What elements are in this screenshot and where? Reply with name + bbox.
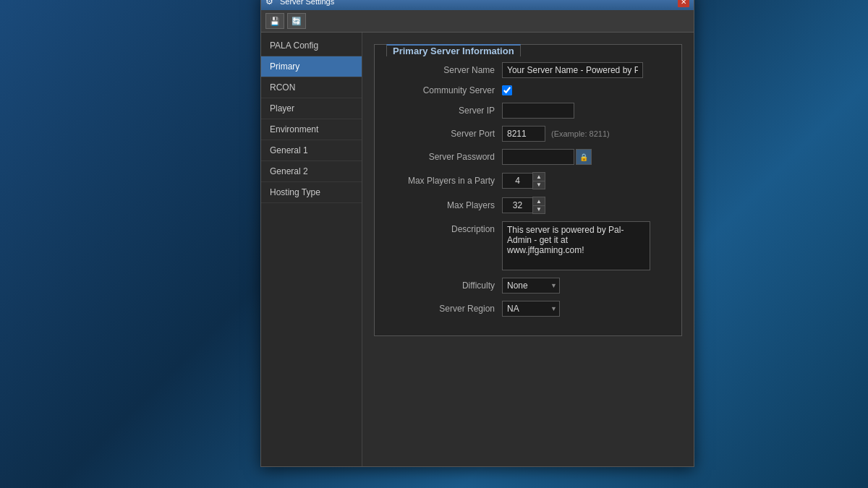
server-region-row: Server Region NA EU AS SA xyxy=(386,301,670,317)
sidebar-item-general1[interactable]: General 1 xyxy=(261,140,362,161)
server-ip-row: Server IP xyxy=(386,103,670,119)
server-name-label: Server Name xyxy=(386,65,502,75)
max-players-party-up[interactable]: ▲ xyxy=(533,173,545,181)
max-players-up[interactable]: ▲ xyxy=(533,197,545,205)
port-example: (Example: 8211) xyxy=(551,129,610,138)
max-players-party-down[interactable]: ▼ xyxy=(533,181,545,189)
server-port-label: Server Port xyxy=(386,129,502,139)
sidebar-item-primary[interactable]: Primary xyxy=(261,56,362,77)
title-bar: ⚙ Server Settings ✕ xyxy=(261,0,694,10)
server-port-input[interactable] xyxy=(502,126,545,142)
description-label: Description xyxy=(386,221,502,234)
window-title: Server Settings xyxy=(280,0,334,6)
content-area: Primary Server Information Server Name C… xyxy=(362,33,694,466)
max-players-down[interactable]: ▼ xyxy=(533,205,545,213)
sidebar-item-environment[interactable]: Environment xyxy=(261,119,362,140)
description-row: Description This server is powered by Pa… xyxy=(386,221,670,270)
difficulty-select[interactable]: None Easy Normal Hard xyxy=(502,278,560,294)
description-textarea[interactable]: This server is powered by Pal-Admin - ge… xyxy=(502,221,650,270)
max-players-party-spinner: ▲ ▼ xyxy=(502,172,545,189)
section-box: Primary Server Information Server Name C… xyxy=(374,44,682,336)
toolbar: 💾 🔄 xyxy=(261,10,694,33)
refresh-button[interactable]: 🔄 xyxy=(287,13,306,29)
password-lock-button[interactable]: 🔒 xyxy=(576,149,592,165)
sidebar-item-general2[interactable]: General 2 xyxy=(261,161,362,182)
difficulty-label: Difficulty xyxy=(386,281,502,291)
server-ip-input[interactable] xyxy=(502,103,574,119)
sidebar-item-player[interactable]: Player xyxy=(261,98,362,119)
server-port-row: Server Port (Example: 8211) xyxy=(386,126,670,142)
max-players-row: Max Players ▲ ▼ xyxy=(386,197,670,214)
community-server-checkbox[interactable] xyxy=(502,85,512,95)
max-players-spinner: ▲ ▼ xyxy=(502,197,545,214)
server-name-row: Server Name xyxy=(386,62,670,78)
server-password-input[interactable] xyxy=(502,149,574,165)
server-region-label: Server Region xyxy=(386,304,502,314)
server-password-row: Server Password 🔒 xyxy=(386,149,670,165)
main-content: PALA Config Primary RCON Player Environm… xyxy=(261,33,694,466)
sidebar: PALA Config Primary RCON Player Environm… xyxy=(261,33,362,466)
save-button[interactable]: 💾 xyxy=(265,13,284,29)
sidebar-item-hosting-type[interactable]: Hosting Type xyxy=(261,182,362,203)
title-bar-left: ⚙ Server Settings xyxy=(265,0,334,7)
max-players-party-spinner-buttons: ▲ ▼ xyxy=(532,172,545,189)
community-server-label: Community Server xyxy=(386,85,502,95)
max-players-party-input[interactable] xyxy=(502,173,532,189)
max-players-label: Max Players xyxy=(386,200,502,210)
close-button[interactable]: ✕ xyxy=(678,0,689,7)
section-title: Primary Server Information xyxy=(386,44,521,56)
main-window: ⚙ Server Settings ✕ 💾 🔄 PALA Config Prim… xyxy=(260,0,694,467)
server-password-label: Server Password xyxy=(386,152,502,162)
server-ip-label: Server IP xyxy=(386,106,502,116)
difficulty-row: Difficulty None Easy Normal Hard xyxy=(386,278,670,294)
server-region-select[interactable]: NA EU AS SA xyxy=(502,301,560,317)
max-players-input[interactable] xyxy=(502,197,532,213)
max-players-party-label: Max Players in a Party xyxy=(386,176,502,186)
server-region-select-wrapper: NA EU AS SA xyxy=(502,301,560,317)
community-server-row: Community Server xyxy=(386,85,670,95)
sidebar-item-rcon[interactable]: RCON xyxy=(261,77,362,98)
max-players-party-row: Max Players in a Party ▲ ▼ xyxy=(386,172,670,189)
sidebar-item-pala-config[interactable]: PALA Config xyxy=(261,35,362,56)
window-icon: ⚙ xyxy=(265,0,276,7)
max-players-spinner-buttons: ▲ ▼ xyxy=(532,197,545,214)
server-name-input[interactable] xyxy=(502,62,643,78)
difficulty-select-wrapper: None Easy Normal Hard xyxy=(502,278,560,294)
